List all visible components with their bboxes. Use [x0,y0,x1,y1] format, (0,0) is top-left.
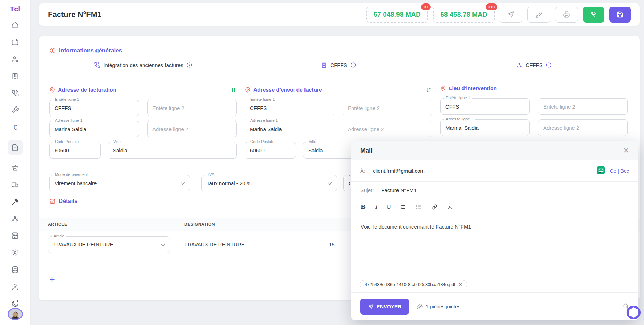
paper-plane-icon [368,304,374,309]
company-name: CFFFS [330,62,347,68]
invoice-file-icon [11,144,19,152]
cc-bcc-links[interactable]: Cc | Bcc [610,168,629,174]
billing-header1-input[interactable] [50,100,139,116]
edit-invoice-button[interactable] [527,7,550,23]
info-circle-icon[interactable] [546,62,552,68]
billing-header2-input[interactable] [148,100,236,116]
billing-city-input[interactable] [108,142,236,158]
sidebar-item-home[interactable] [8,21,23,29]
intervention-title: Lieu d'intervention [449,85,497,92]
user-icon [11,283,19,291]
article-select[interactable]: Article TRAVAUX DE PEINTURE [48,236,170,253]
swap-arrows-icon[interactable] [426,87,432,93]
sidebar-item-dark-mode[interactable] [8,299,23,308]
duplicate-invoice-button[interactable] [583,7,604,23]
invoice-header: Facture N°FM1 57 048.98 MAD HT 68 458.78… [39,3,640,26]
bold-button[interactable]: B [361,204,366,210]
billing-zip-field: Code Postale [49,142,101,159]
user-star-icon [516,62,522,68]
mail-body-editor[interactable]: Voici le document concernant le Facture … [351,215,638,277]
add-line-button[interactable]: + [49,275,58,284]
remove-attachment-icon[interactable]: ✕ [459,282,462,287]
sidebar-item-database[interactable] [8,265,23,274]
header-actions: 57 048.98 MAD HT 68 458.78 MAD TTC [366,7,631,23]
sidebar-item-purchases[interactable] [8,163,23,172]
ordered-list-icon[interactable] [416,204,422,210]
user-avatar[interactable] [8,308,23,320]
mail-to-row: À: client.frmf@gmail.com Cc | Bcc [351,160,638,182]
send-mail-button[interactable]: ENVOYER [360,299,409,315]
integration-chip[interactable]: Intégration des anciennes factures [49,62,237,68]
sidebar-item-clients[interactable] [8,55,23,63]
field-label: Code Postale [249,139,276,144]
truck-icon [11,181,19,189]
sidebar-item-works[interactable] [8,197,23,206]
swap-arrows-icon[interactable] [230,87,237,93]
italic-button[interactable]: I [375,204,377,210]
info-circle-icon[interactable] [186,62,192,68]
shipping-header1-input[interactable] [245,100,334,116]
shipping-header2-field [343,100,432,116]
field-label: Mode de paiement [53,172,90,177]
shipping-zip-field: Code Postale [245,142,296,159]
to-value[interactable]: client.frmf@gmail.com [373,168,425,174]
mail-formatting-toolbar: B I U [351,199,638,215]
info-circle-icon[interactable] [350,62,356,68]
intervention-header1-input[interactable] [441,99,529,114]
payment-mode-select[interactable]: Mode de paiement Virement bancaire [49,175,190,191]
sidebar-item-calls[interactable] [8,89,23,97]
link-icon[interactable] [431,204,437,210]
amount-ttc-box: 68 458.78 MAD TTC [433,7,495,23]
chevron-down-icon [328,180,332,186]
sidebar-item-invoices[interactable] [8,140,23,155]
billing-line2-input[interactable] [148,121,236,137]
client-chip[interactable]: CFFFS [440,62,628,68]
intervention-line2-input[interactable] [538,120,627,136]
tempmail-icon[interactable] [597,166,605,176]
mail-modal-title: Mail [360,147,373,154]
intervention-header2-input[interactable] [538,99,627,114]
sidebar-item-team[interactable] [8,214,23,223]
article-value: TRAVAUX DE PEINTURE [48,241,161,247]
sidebar-item-settings[interactable] [8,248,23,257]
billing-line1-input[interactable] [50,121,139,137]
underline-button[interactable]: U [386,204,391,210]
gear-icon [11,249,19,257]
column-header-article: ARTICLE [39,222,177,227]
minimize-icon[interactable]: – [609,149,613,152]
app-logo: Tcl [10,5,20,13]
sidebar-item-services[interactable] [8,106,23,114]
shipping-header2-input[interactable] [343,100,432,116]
close-icon[interactable]: ✕ [623,146,629,155]
field-label: Entête ligne 1 [444,96,472,100]
intervention-line2-field [538,119,628,136]
shipping-line2-input[interactable] [343,121,432,137]
sidebar-item-calendar[interactable] [8,38,23,46]
brush-icon [535,11,542,18]
attachment-chip[interactable]: 4725433e-f36b-1410-8fcb-00c30baa184e.pdf… [360,280,467,289]
company-chip[interactable]: CFFFS [245,62,432,68]
sidebar-item-store[interactable] [8,231,23,240]
billing-zip-input[interactable] [50,142,100,158]
sidebar-item-company[interactable] [8,72,23,80]
vat-value: Taux normal - 20 % [202,180,328,186]
intervention-line1-input[interactable] [441,120,529,136]
save-invoice-button[interactable] [609,7,631,23]
subject-value[interactable]: Facture N°FM1 [381,187,417,193]
bullet-list-icon[interactable] [400,204,406,210]
summary-chips-row: Intégration des anciennes factures CFFFS… [49,62,628,68]
amount-ht-value: 57 048.98 MAD [374,11,421,18]
mail-footer: ENVOYER 1 pièces jointes [351,293,638,320]
shipping-zip-input[interactable] [245,142,296,158]
send-invoice-button[interactable] [500,7,522,23]
sidebar-item-profile[interactable] [8,282,23,291]
shipping-line1-input[interactable] [245,121,334,137]
building-icon [321,62,327,68]
building-icon [11,72,19,80]
sidebar-item-finance[interactable]: € [8,123,23,131]
vat-select[interactable]: TVA Taux normal - 20 % [201,175,337,191]
print-invoice-button[interactable] [555,7,578,23]
insert-image-icon[interactable] [447,204,453,210]
sidebar-item-delivery[interactable] [8,180,23,189]
intervention-line1-field: Adresse ligne 1 [440,119,530,136]
